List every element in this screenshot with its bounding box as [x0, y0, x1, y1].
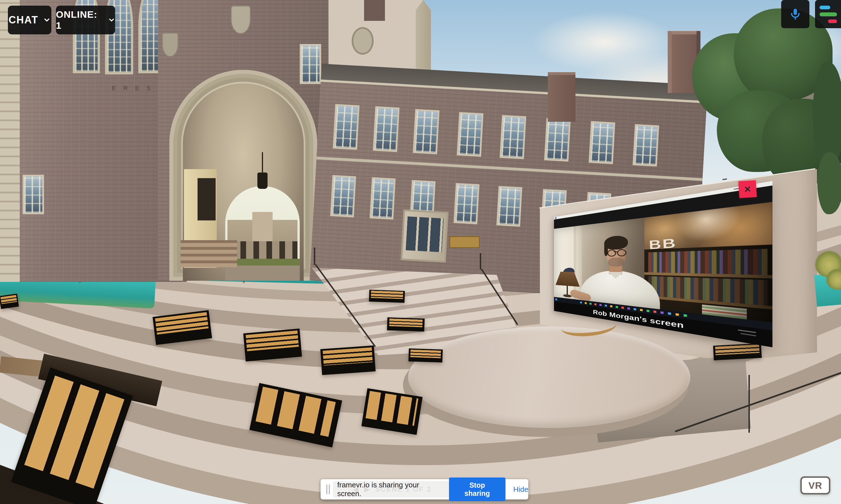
bench — [387, 318, 425, 332]
chevron-down-icon — [108, 16, 115, 24]
window — [496, 186, 522, 227]
shield-ornament — [162, 33, 178, 57]
vr-button-label: VR — [808, 480, 822, 491]
chat-button-label: CHAT — [8, 14, 38, 26]
window — [589, 121, 615, 164]
enter-vr-button[interactable]: VR — [800, 476, 830, 494]
stage-platform — [408, 326, 690, 428]
window — [370, 177, 396, 220]
stop-sharing-button[interactable]: Stop sharing — [449, 478, 505, 501]
microphone-icon — [789, 7, 802, 21]
window — [413, 109, 440, 155]
drag-bar — [326, 485, 327, 494]
window — [333, 104, 360, 150]
medallion-ornament — [351, 27, 374, 55]
window — [453, 183, 480, 224]
bench — [0, 294, 19, 309]
tree — [817, 152, 841, 214]
menu-bar-blue — [820, 6, 830, 9]
window — [544, 118, 571, 162]
bench-slats — [155, 312, 209, 335]
arch-lantern — [257, 173, 268, 189]
chimney — [364, 0, 385, 21]
bench-slats — [371, 291, 403, 299]
window — [499, 115, 526, 159]
banner-message: framevr.io is sharing your screen. — [337, 481, 442, 498]
menu-button[interactable] — [815, 0, 841, 28]
close-icon: ✕ — [744, 184, 751, 194]
screen-share-banner: ◀ ▶ SCENE 1 OF 2 framevr.io is sharing y… — [321, 479, 528, 500]
window — [633, 124, 659, 167]
online-button[interactable]: ONLINE: 1 — [56, 6, 115, 34]
bench — [243, 328, 302, 361]
distant-ground — [225, 266, 300, 281]
window — [457, 112, 483, 157]
arch-steps — [181, 240, 237, 267]
vr-scene: E R E S — [0, 0, 841, 504]
browser-tab-icon — [555, 217, 556, 219]
stair-railing-post — [480, 253, 481, 269]
close-screen-share-button[interactable]: ✕ — [738, 180, 757, 198]
bench-slats — [365, 391, 418, 426]
menu-bar-green — [820, 13, 837, 16]
chat-button[interactable]: CHAT — [8, 6, 51, 34]
bench-slats — [246, 330, 299, 351]
bench — [320, 345, 376, 375]
distant-arcade — [227, 241, 297, 259]
shield-ornament — [231, 6, 251, 34]
menu-bars-icon — [819, 5, 837, 23]
bench-slats — [389, 319, 423, 327]
window — [330, 175, 356, 217]
hide-banner-link[interactable]: Hide — [513, 485, 528, 494]
start-icon — [555, 298, 557, 301]
chimney — [548, 72, 576, 122]
watermark — [738, 329, 756, 333]
window — [300, 44, 321, 84]
bench — [713, 343, 762, 361]
bay-window-glass — [406, 216, 444, 252]
microphone-button[interactable] — [781, 0, 809, 28]
online-button-label: ONLINE: 1 — [56, 9, 103, 31]
bench — [369, 290, 405, 303]
arch-lantern — [262, 152, 263, 173]
menu-bar-red — [828, 19, 837, 23]
building-corner-stone — [0, 0, 20, 282]
window — [373, 106, 400, 152]
bench-slats — [0, 295, 17, 304]
arch-side-door — [198, 178, 216, 220]
banner-drag-handle[interactable] — [326, 485, 330, 494]
watermark — [740, 333, 756, 336]
stair-railing-post — [314, 248, 315, 265]
window — [22, 175, 44, 214]
chevron-down-icon — [43, 16, 51, 24]
drag-bar — [329, 485, 330, 494]
memorial-plaque — [449, 236, 480, 248]
floor-railing-post — [749, 375, 750, 433]
bench-slats — [410, 349, 441, 358]
bench-slats — [715, 344, 760, 355]
bench — [408, 348, 443, 362]
bench-slats — [323, 347, 373, 365]
